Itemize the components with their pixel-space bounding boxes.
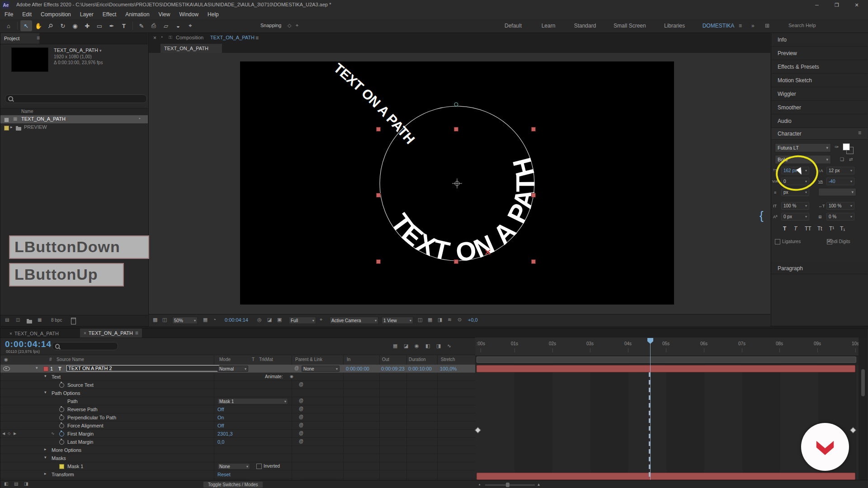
workspace-small-screen[interactable]: Small Screen xyxy=(613,19,646,33)
tracking-field[interactable]: -40 xyxy=(826,178,854,185)
prop-value[interactable]: Off xyxy=(217,407,224,412)
prop-value[interactable]: 2301,3 xyxy=(217,431,233,436)
home-icon[interactable]: ⌂ xyxy=(3,20,14,31)
layer-in-value[interactable]: 0:00:00:00 xyxy=(346,366,369,371)
draft-3d-icon[interactable]: ◪ xyxy=(404,343,408,349)
tsume-field[interactable]: 0 % xyxy=(826,213,854,221)
col-mode[interactable]: Mode xyxy=(219,357,231,362)
scroll-handle[interactable] xyxy=(861,369,865,396)
close-tab-icon[interactable]: × xyxy=(84,331,86,336)
tab-menu-icon[interactable]: ≡ xyxy=(135,330,138,336)
prop-mask-1[interactable]: Mask 1 None Inverted xyxy=(0,462,475,470)
col-out[interactable]: Out xyxy=(382,357,389,362)
mask-visibility-icon[interactable]: ◫ xyxy=(162,317,167,323)
stopwatch-icon[interactable] xyxy=(59,423,64,428)
panel-preview[interactable]: Preview xyxy=(771,47,868,60)
expand-inout-icon[interactable]: ◨ xyxy=(24,481,28,486)
expander-icon[interactable]: ▾ xyxy=(36,366,38,370)
color-swatch-icon[interactable]: ▣ xyxy=(277,317,282,323)
view-layout-select[interactable]: 1 View xyxy=(382,317,413,324)
small-caps-button[interactable]: Tt xyxy=(817,225,822,232)
menu-composition[interactable]: Composition xyxy=(36,10,75,19)
panel-audio[interactable]: Audio xyxy=(771,114,868,128)
pickwhip-icon[interactable]: @ xyxy=(299,439,303,444)
snap-option2-icon[interactable]: ⌖ xyxy=(296,23,298,28)
panel-info[interactable]: Info xyxy=(771,33,868,47)
new-composition-icon[interactable]: ▦ xyxy=(38,317,42,322)
panel-comp-name[interactable]: TEXT_ON_A_PATH xyxy=(210,35,255,40)
parent-link-select[interactable]: None xyxy=(302,366,340,372)
hand-tool[interactable]: ✋ xyxy=(33,20,44,31)
horizontal-scale-field[interactable]: 100 % xyxy=(826,202,854,210)
close-tab-icon[interactable]: × xyxy=(9,331,12,336)
all-caps-button[interactable]: TT xyxy=(805,225,811,232)
menu-edit[interactable]: Edit xyxy=(18,10,36,19)
swap-fill-stroke-icon[interactable]: ⇄ xyxy=(849,157,853,162)
menu-effect[interactable]: Effect xyxy=(98,10,121,19)
name-column-header[interactable]: Name xyxy=(21,109,33,114)
prop-group-more-options[interactable]: ▸ More Options xyxy=(0,446,475,454)
col-number[interactable]: # xyxy=(49,357,52,362)
inverted-checkbox[interactable] xyxy=(256,464,262,469)
flowchart-icon[interactable]: ▤ xyxy=(5,317,9,322)
superscript-button[interactable]: T¹ xyxy=(829,225,834,232)
toggle-switches-modes-button[interactable]: Toggle Switches / Modes xyxy=(203,481,263,488)
region-of-interest-icon[interactable]: ⌖ xyxy=(320,317,322,323)
workspace-default[interactable]: Default xyxy=(505,19,522,33)
show-snapshot-icon[interactable]: ◪ xyxy=(267,317,272,323)
fast-previews-icon[interactable]: ≋ xyxy=(448,317,452,323)
project-tab[interactable]: Project xyxy=(0,33,39,44)
mask-mode-select[interactable]: None xyxy=(217,463,250,469)
transform-reset-link[interactable]: Reset xyxy=(217,472,231,477)
workspace-domestika[interactable]: DOMESTIKA xyxy=(703,19,735,33)
panel-motion-sketch[interactable]: Motion Sketch xyxy=(771,74,868,87)
eraser-tool[interactable]: ▱ xyxy=(160,20,172,31)
timeline-scrollbar[interactable] xyxy=(859,338,868,480)
timeline-zoom-handle[interactable] xyxy=(506,483,509,487)
proxy-icon[interactable]: ◫ xyxy=(16,317,20,322)
col-stretch[interactable]: Stretch xyxy=(441,357,455,362)
fill-color-swatch[interactable] xyxy=(843,143,850,150)
clone-stamp-tool[interactable]: ⎙ xyxy=(148,20,160,31)
panel-menu-icon[interactable]: ≡ xyxy=(37,35,40,41)
active-camera-select[interactable]: Active Camera xyxy=(330,317,378,324)
search-help-label[interactable]: Search Help xyxy=(788,23,816,28)
timeline-tab-2[interactable]: × TEXT_ON_A_PATH ≡ xyxy=(80,328,142,338)
project-row-comp[interactable]: ▦ TEXT_ON_A_PATH ▪ xyxy=(0,115,148,123)
comp-viewer-tab[interactable]: TEXT_ON_A_PATH xyxy=(160,44,222,53)
prop-reverse-path[interactable]: Reverse Path Off @ xyxy=(0,405,475,413)
prop-path[interactable]: Path Mask 1 @ xyxy=(0,397,475,405)
prop-first-margin[interactable]: ◀ ◇ ▶ ∿ First Margin 2301,3 @ xyxy=(0,430,475,438)
menu-view[interactable]: View xyxy=(154,10,175,19)
orbit-camera-tool[interactable]: ↻ xyxy=(57,20,69,31)
new-folder-icon[interactable] xyxy=(27,320,32,324)
layer-2-duration-bar[interactable] xyxy=(476,473,855,480)
vertical-scale-field[interactable]: 100 % xyxy=(781,202,809,210)
close-panel-icon[interactable]: × xyxy=(153,35,156,41)
path-mask-select[interactable]: Mask 1 xyxy=(217,398,288,404)
frame-blending-icon[interactable]: ◧ xyxy=(425,343,430,349)
lock-icon[interactable]: ⚿ xyxy=(169,35,172,40)
font-family-select[interactable]: Futura LT xyxy=(775,143,831,152)
timeline-zoom-track[interactable] xyxy=(485,484,535,486)
project-row-folder[interactable]: ▸ PREVIEW xyxy=(0,123,148,131)
ligatures-checkbox[interactable] xyxy=(775,239,780,244)
zoom-tool[interactable]: ⚲ xyxy=(42,18,58,33)
col-in[interactable]: In xyxy=(347,357,350,362)
keyframe-first-margin-start[interactable] xyxy=(475,427,481,433)
roto-brush-tool[interactable]: ◒ xyxy=(172,20,184,31)
workspace-standard[interactable]: Standard xyxy=(574,19,596,33)
transparency-grid-icon[interactable]: ▦ xyxy=(428,317,432,323)
subscript-button[interactable]: T₁ xyxy=(840,225,845,232)
eye-icon[interactable] xyxy=(3,366,10,371)
mask-color-chip[interactable] xyxy=(59,464,64,469)
project-search[interactable] xyxy=(5,94,147,103)
layer-1-duration-bar[interactable] xyxy=(476,365,855,372)
expander-icon[interactable]: ▸ xyxy=(44,471,47,476)
stopwatch-icon-active[interactable] xyxy=(59,432,64,436)
safe-margins-icon[interactable]: ▦ xyxy=(203,317,208,323)
pen-tool[interactable]: ✒ xyxy=(106,20,118,31)
col-duration[interactable]: Duration xyxy=(409,357,426,362)
exposure-icon[interactable]: ⊙ xyxy=(458,317,462,323)
menu-window[interactable]: Window xyxy=(175,10,203,19)
